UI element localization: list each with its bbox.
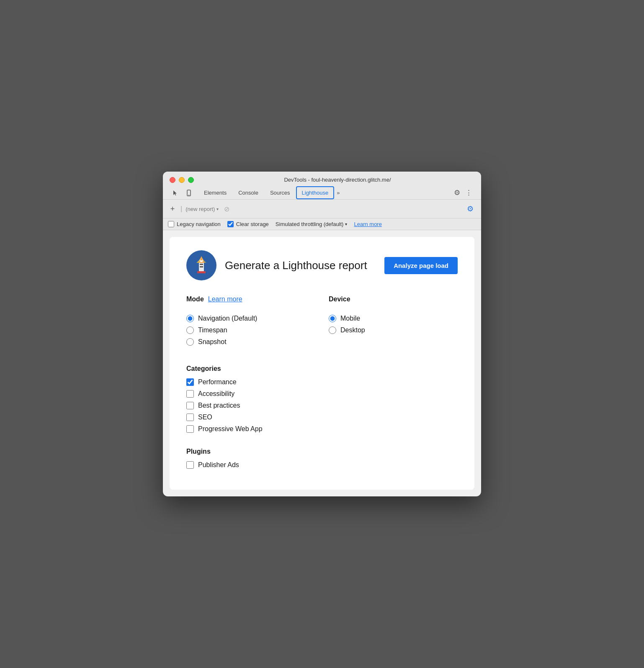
tab-elements[interactable]: Elements bbox=[198, 186, 232, 199]
category-performance-option[interactable]: Performance bbox=[186, 378, 458, 386]
category-performance-label: Performance bbox=[198, 378, 237, 386]
plugin-publisher-ads-checkbox[interactable] bbox=[186, 461, 194, 469]
mode-timespan-option[interactable]: Timespan bbox=[186, 326, 315, 334]
tabs-row: Elements Console Sources Lighthouse » ⚙ … bbox=[170, 186, 474, 199]
tab-lighthouse[interactable]: Lighthouse bbox=[296, 186, 335, 199]
mode-navigation-label: Navigation (Default) bbox=[198, 315, 257, 322]
category-accessibility-checkbox[interactable] bbox=[186, 390, 194, 398]
mode-navigation-radio[interactable] bbox=[186, 315, 194, 322]
report-row: + | (new report) ▾ ⊘ ⚙ bbox=[163, 200, 481, 218]
category-best-practices-checkbox[interactable] bbox=[186, 402, 194, 409]
throttling-arrow-icon: ▾ bbox=[345, 222, 347, 226]
mode-snapshot-option[interactable]: Snapshot bbox=[186, 338, 315, 346]
traffic-lights bbox=[170, 177, 194, 183]
mode-snapshot-radio[interactable] bbox=[186, 338, 194, 346]
device-mobile-radio[interactable] bbox=[329, 315, 336, 322]
category-seo-label: SEO bbox=[198, 414, 212, 421]
category-pwa-option[interactable]: Progressive Web App bbox=[186, 425, 458, 433]
legacy-navigation-label: Legacy navigation bbox=[177, 221, 221, 227]
report-select-text: (new report) bbox=[185, 206, 215, 212]
throttling-learn-more-link[interactable]: Learn more bbox=[354, 221, 381, 227]
mode-section-title: Mode bbox=[186, 295, 204, 303]
plugin-publisher-ads-option[interactable]: Publisher Ads bbox=[186, 461, 458, 469]
category-best-practices-label: Best practices bbox=[198, 402, 240, 409]
categories-section: Categories Performance Accessibility Bes… bbox=[186, 365, 458, 433]
mode-section: Mode Learn more Navigation (Default) Tim… bbox=[186, 295, 315, 350]
row-divider: | bbox=[180, 205, 182, 213]
mode-device-row: Mode Learn more Navigation (Default) Tim… bbox=[186, 295, 458, 350]
category-pwa-label: Progressive Web App bbox=[198, 425, 263, 433]
options-row: Legacy navigation Clear storage Simulate… bbox=[163, 218, 481, 230]
category-performance-checkbox[interactable] bbox=[186, 378, 194, 386]
report-selector[interactable]: (new report) ▾ bbox=[185, 206, 219, 212]
categories-section-title: Categories bbox=[186, 365, 458, 373]
title-bar: DevTools - foul-heavenly-direction.glitc… bbox=[163, 172, 481, 200]
legacy-navigation-option[interactable]: Legacy navigation bbox=[168, 221, 221, 227]
add-report-button[interactable]: + bbox=[168, 204, 177, 213]
devtools-window: DevTools - foul-heavenly-direction.glitc… bbox=[163, 172, 481, 496]
cursor-icon[interactable] bbox=[170, 187, 181, 199]
svg-rect-8 bbox=[197, 271, 206, 273]
mode-timespan-label: Timespan bbox=[198, 326, 227, 334]
window-title: DevTools - foul-heavenly-direction.glitc… bbox=[201, 177, 474, 183]
device-section: Device Mobile Desktop bbox=[329, 295, 458, 350]
category-best-practices-option[interactable]: Best practices bbox=[186, 402, 458, 409]
device-mobile-label: Mobile bbox=[340, 315, 360, 322]
maximize-button[interactable] bbox=[188, 177, 194, 183]
category-seo-checkbox[interactable] bbox=[186, 414, 194, 421]
svg-rect-4 bbox=[200, 264, 203, 265]
tab-more[interactable]: » bbox=[334, 186, 342, 199]
category-accessibility-label: Accessibility bbox=[198, 390, 234, 398]
svg-rect-1 bbox=[188, 195, 190, 195]
category-accessibility-option[interactable]: Accessibility bbox=[186, 390, 458, 398]
cancel-report-button[interactable]: ⊘ bbox=[222, 204, 231, 213]
throttling-selector[interactable]: Simulated throttling (default) ▾ bbox=[276, 221, 348, 227]
clear-storage-label: Clear storage bbox=[236, 221, 269, 227]
device-section-title: Device bbox=[329, 295, 350, 303]
clear-storage-checkbox[interactable] bbox=[227, 221, 234, 227]
category-pwa-checkbox[interactable] bbox=[186, 425, 194, 433]
mode-learn-more-link[interactable]: Learn more bbox=[208, 295, 242, 303]
menu-icon[interactable]: ⋮ bbox=[463, 187, 474, 199]
device-desktop-label: Desktop bbox=[340, 326, 365, 334]
minimize-button[interactable] bbox=[179, 177, 185, 183]
mode-navigation-option[interactable]: Navigation (Default) bbox=[186, 315, 315, 322]
mode-snapshot-label: Snapshot bbox=[198, 338, 227, 346]
plugins-section: Plugins Publisher Ads bbox=[186, 448, 458, 469]
plugin-publisher-ads-label: Publisher Ads bbox=[198, 461, 239, 469]
mode-timespan-radio[interactable] bbox=[186, 326, 194, 334]
report-settings-icon[interactable]: ⚙ bbox=[464, 203, 476, 215]
settings-icon[interactable]: ⚙ bbox=[451, 187, 463, 199]
throttling-label: Simulated throttling (default) bbox=[276, 221, 344, 227]
clear-storage-option[interactable]: Clear storage bbox=[227, 221, 269, 227]
close-button[interactable] bbox=[170, 177, 175, 183]
category-seo-option[interactable]: SEO bbox=[186, 414, 458, 421]
header-section: Generate a Lighthouse report Analyze pag… bbox=[186, 250, 458, 280]
plugins-section-title: Plugins bbox=[186, 448, 458, 455]
main-content: Generate a Lighthouse report Analyze pag… bbox=[170, 237, 474, 490]
page-title: Generate a Lighthouse report bbox=[225, 259, 376, 272]
device-desktop-radio[interactable] bbox=[329, 326, 336, 334]
analyze-page-load-button[interactable]: Analyze page load bbox=[384, 257, 458, 274]
device-desktop-option[interactable]: Desktop bbox=[329, 326, 458, 334]
svg-rect-5 bbox=[200, 266, 203, 267]
device-mobile-option[interactable]: Mobile bbox=[329, 315, 458, 322]
mobile-icon[interactable] bbox=[183, 187, 195, 199]
lighthouse-logo bbox=[186, 250, 216, 280]
tab-sources[interactable]: Sources bbox=[264, 186, 296, 199]
legacy-navigation-checkbox[interactable] bbox=[168, 221, 174, 227]
report-select-arrow-icon: ▾ bbox=[216, 207, 219, 211]
tab-console[interactable]: Console bbox=[232, 186, 264, 199]
